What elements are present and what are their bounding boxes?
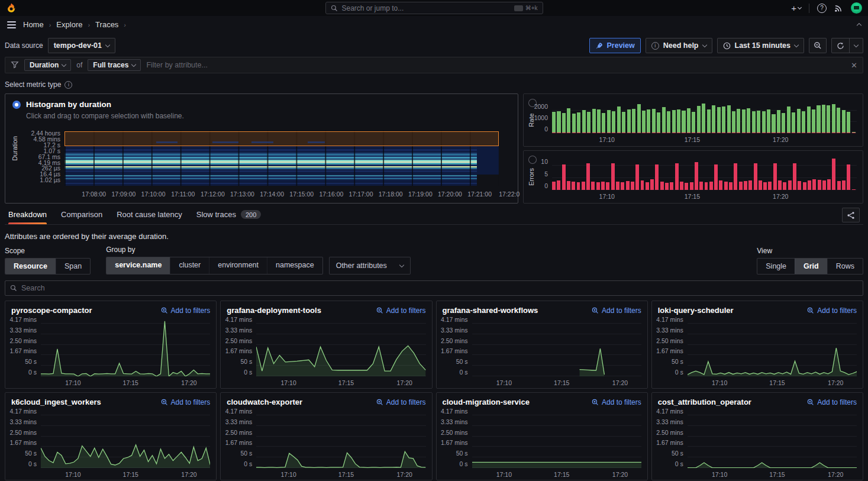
service-panel: cost_attribution_operator Add to filters… <box>651 392 863 480</box>
add-to-filters-button[interactable]: Add to filters <box>376 398 426 406</box>
scope-label: Scope <box>5 247 91 255</box>
info-icon[interactable]: i <box>64 81 72 89</box>
trace-type-select[interactable]: Full traces <box>88 59 141 71</box>
add-new-button[interactable]: + <box>791 3 801 13</box>
refresh-button[interactable] <box>832 38 849 53</box>
heatmap-x-tick: 17:17:00 <box>349 191 373 198</box>
errors-radio[interactable] <box>528 156 537 164</box>
service-y-tick: 1.67 mins <box>225 347 253 354</box>
other-attributes-select[interactable]: Other attributes <box>329 257 411 275</box>
group-by-option-namespace[interactable]: namespace <box>267 257 322 274</box>
view-option-rows[interactable]: Rows <box>827 259 863 274</box>
collapse-chevron-up-icon[interactable] <box>857 20 861 29</box>
share-button[interactable] <box>842 208 860 222</box>
service-y-tick: 3.33 mins <box>9 418 37 425</box>
heatmap-x-tick: 17:20:00 <box>438 191 462 198</box>
service-y-tick: 4.17 mins <box>225 316 253 323</box>
service-y-tick: 3.33 mins <box>441 418 468 425</box>
histogram-radio[interactable] <box>12 101 21 109</box>
histogram-plot[interactable]: 2.44 hours4.58 mins17.2 s1.07 s67.1 ms4.… <box>64 131 511 188</box>
breadcrumb-row: Home›Explore›Traces› <box>0 16 868 33</box>
add-to-filters-button[interactable]: Add to filters <box>807 398 857 406</box>
rate-plot: 01000200017:1017:1517:20 <box>552 99 857 133</box>
preview-button[interactable]: Preview <box>589 38 641 53</box>
add-to-filters-button[interactable]: Add to filters <box>592 398 641 406</box>
bar-x-tick: 17:15 <box>685 136 700 143</box>
help-icon[interactable]: ? <box>817 4 827 13</box>
service-x-tick: 17:10 <box>65 379 80 386</box>
service-panel: grafana-shared-workflows Add to filters … <box>436 301 648 389</box>
news-icon[interactable] <box>834 4 843 12</box>
service-y-tick: 0 s <box>244 460 252 467</box>
histogram-panel[interactable]: Histogram by duration Click and drag to … <box>5 93 518 204</box>
histogram-title: Histogram by duration <box>26 100 111 109</box>
attribute-filter-input[interactable]: Filter by attribute... <box>146 61 208 69</box>
group-by-option-cluster[interactable]: cluster <box>170 257 209 274</box>
service-x-tick: 17:20 <box>828 471 843 478</box>
service-x-tick: 17:10 <box>712 379 727 386</box>
service-y-tick: 4.17 mins <box>441 316 468 323</box>
service-x-tick: 17:15 <box>123 379 138 386</box>
service-x-tick: 17:20 <box>397 379 412 386</box>
group-by-option-environment[interactable]: environment <box>209 257 267 274</box>
heatmap-x-tick: 17:11:00 <box>171 191 195 198</box>
datasource-picker[interactable]: tempo-dev-01 <box>48 38 115 53</box>
service-line-chart <box>472 411 641 468</box>
service-y-tick: 50 s <box>672 358 683 365</box>
service-line-chart <box>688 411 857 468</box>
tab-root-cause-latency[interactable]: Root cause latency <box>117 210 182 224</box>
search-plus-icon <box>807 307 814 314</box>
heatmap-y-tick: 1.02 µs <box>40 176 60 183</box>
scope-option-resource[interactable]: Resource <box>5 259 56 274</box>
search-plus-icon <box>376 307 383 314</box>
tabs-bar: BreakdownComparisonRoot cause latencySlo… <box>5 207 863 225</box>
heatmap-selection[interactable] <box>64 131 499 146</box>
attribute-search[interactable]: Search <box>5 280 863 296</box>
global-search[interactable]: Search or jump to... ⌘+k <box>325 2 543 14</box>
service-y-tick: 1.67 mins <box>9 439 37 446</box>
grafana-logo[interactable] <box>6 2 17 14</box>
add-to-filters-button[interactable]: Add to filters <box>161 398 211 406</box>
service-y-tick: 4.17 mins <box>225 408 253 415</box>
tab-comparison[interactable]: Comparison <box>61 210 102 224</box>
breadcrumb-separator: › <box>88 21 90 28</box>
view-option-single[interactable]: Single <box>757 259 795 274</box>
service-title: grafana-shared-workflows <box>443 306 538 315</box>
duration-select[interactable]: Duration <box>24 59 71 71</box>
heatmap-x-tick: 17:14:00 <box>260 191 284 198</box>
zoom-out-icon <box>814 41 822 50</box>
add-to-filters-button[interactable]: Add to filters <box>376 306 426 315</box>
breadcrumb-item[interactable]: Traces <box>95 20 118 29</box>
bar-x-tick: 17:15 <box>685 193 700 200</box>
service-y-tick: 4.17 mins <box>656 316 683 323</box>
time-range-picker[interactable]: Last 15 minutes <box>717 38 804 53</box>
need-help-button[interactable]: i Need help <box>646 38 712 53</box>
service-y-tick: 3.33 mins <box>9 327 37 334</box>
add-to-filters-button[interactable]: Add to filters <box>161 306 211 315</box>
group-by-option-service-name[interactable]: service.name <box>107 257 170 274</box>
add-to-filters-button[interactable]: Add to filters <box>592 306 641 315</box>
breadcrumb-item[interactable]: Home <box>23 20 44 29</box>
search-icon <box>331 5 338 12</box>
tab-badge: 200 <box>241 210 261 219</box>
heatmap-x-tick: 17:10:00 <box>141 191 166 198</box>
heatmap-x-tick: 17:16:00 <box>319 191 343 198</box>
refresh-interval-dropdown[interactable] <box>849 38 863 53</box>
service-panel: loki-query-scheduler Add to filters 0 s5… <box>651 301 863 389</box>
rate-panel[interactable]: Rate 01000200017:1017:1517:20 <box>523 93 863 147</box>
tab-breakdown[interactable]: Breakdown <box>8 210 47 224</box>
menu-toggle-icon[interactable] <box>7 21 16 28</box>
view-option-grid[interactable]: Grid <box>795 259 827 274</box>
add-to-filters-button[interactable]: Add to filters <box>807 306 857 315</box>
user-avatar[interactable] <box>851 2 862 14</box>
page-toolbar: Data source tempo-dev-01 Preview i Need … <box>0 33 868 57</box>
clear-filter-icon[interactable]: ✕ <box>851 61 857 70</box>
view-control: View SingleGridRows <box>757 247 863 275</box>
heatmap-x-tick: 17:08:00 <box>82 191 106 198</box>
service-plot: 0 s50 s1.67 mins2.50 mins3.33 mins4.17 m… <box>688 319 857 376</box>
errors-panel[interactable]: Errors 051017:1017:1517:20 <box>523 150 863 204</box>
breadcrumb-item[interactable]: Explore <box>56 20 82 29</box>
scope-option-span[interactable]: Span <box>56 259 90 274</box>
zoom-out-button[interactable] <box>809 38 827 53</box>
tab-slow-traces[interactable]: Slow traces200 <box>196 210 262 224</box>
